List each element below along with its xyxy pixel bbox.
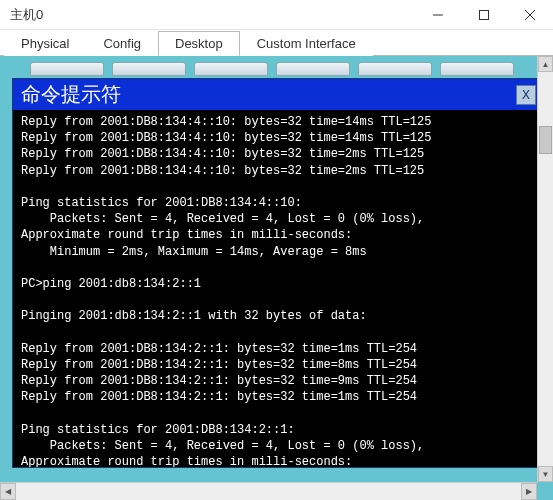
scroll-down-button[interactable]: ▼ [538, 466, 553, 482]
window-title: 主机0 [10, 6, 43, 24]
maximize-button[interactable] [461, 0, 507, 29]
command-prompt-window: 命令提示符 X Reply from 2001:DB8:134:4::10: b… [12, 78, 541, 468]
desktop-icon[interactable] [112, 62, 186, 76]
tab-custom-interface[interactable]: Custom Interface [240, 31, 373, 56]
svg-rect-0 [480, 10, 489, 19]
vertical-scrollbar[interactable]: ▲ ▼ [537, 56, 553, 482]
scroll-thumb[interactable] [539, 126, 552, 154]
command-prompt-title: 命令提示符 [21, 81, 516, 108]
minimize-button[interactable] [415, 0, 461, 29]
desktop-icon[interactable] [30, 62, 104, 76]
window-titlebar: 主机0 [0, 0, 553, 30]
tab-desktop[interactable]: Desktop [158, 31, 240, 56]
tab-physical[interactable]: Physical [4, 31, 86, 56]
command-prompt-titlebar[interactable]: 命令提示符 X [13, 79, 540, 110]
scroll-up-button[interactable]: ▲ [538, 56, 553, 72]
tab-config[interactable]: Config [86, 31, 158, 56]
close-button[interactable] [507, 0, 553, 29]
desktop-icon[interactable] [194, 62, 268, 76]
command-prompt-output[interactable]: Reply from 2001:DB8:134:4::10: bytes=32 … [13, 110, 540, 467]
desktop-area: 命令提示符 X Reply from 2001:DB8:134:4::10: b… [0, 56, 553, 500]
scroll-left-button[interactable]: ◀ [0, 483, 16, 500]
desktop-icon[interactable] [358, 62, 432, 76]
scroll-right-button[interactable]: ▶ [521, 483, 537, 500]
tab-bar: Physical Config Desktop Custom Interface [0, 30, 553, 56]
desktop-icons-row [6, 62, 547, 76]
horizontal-scrollbar[interactable]: ◀ ▶ [0, 482, 537, 500]
hscroll-track[interactable] [16, 483, 521, 500]
command-prompt-close-button[interactable]: X [516, 85, 536, 105]
desktop-icon[interactable] [440, 62, 514, 76]
desktop-icon[interactable] [276, 62, 350, 76]
